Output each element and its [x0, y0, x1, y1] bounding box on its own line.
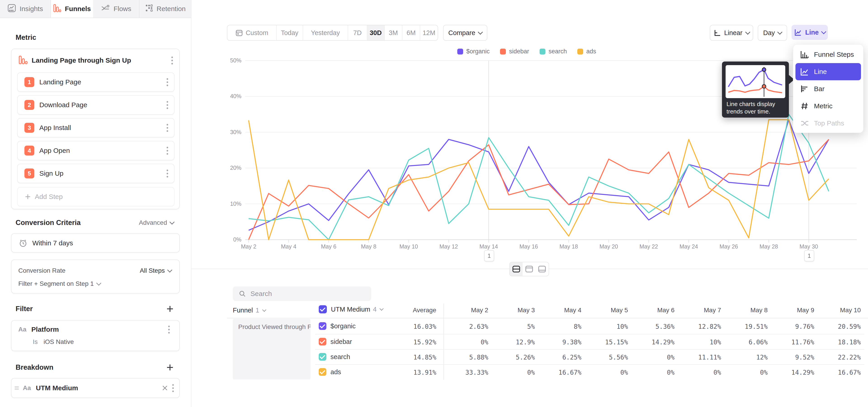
tab-retention[interactable]: Retention — [140, 0, 191, 18]
filter-segment-dropdown[interactable]: Filter + Segment on Step 1 — [18, 280, 94, 287]
row-value: 2.63% — [443, 323, 488, 330]
table-row-organic[interactable]: $organic16.03%2.63%5%8%10%5.36%12.82%19.… — [315, 319, 864, 334]
row-average: 14.85% — [384, 354, 436, 361]
day-column-header[interactable]: May 8 — [722, 307, 768, 314]
split-view-toggle[interactable] — [510, 262, 523, 276]
row-value: 0% — [629, 369, 675, 376]
all-steps-dropdown[interactable]: All Steps — [140, 267, 172, 274]
step-kebab-menu[interactable] — [165, 99, 170, 111]
row-value: 14.29% — [769, 369, 814, 376]
row-checkbox[interactable] — [319, 368, 327, 376]
date-range-30d[interactable]: 30D — [367, 25, 385, 40]
row-name: sidebar — [331, 338, 352, 345]
tab-flows[interactable]: Flows — [93, 0, 140, 18]
day-column-header[interactable]: May 5 — [583, 307, 628, 314]
series-line-ads — [249, 120, 829, 240]
step-kebab-menu[interactable] — [165, 122, 170, 134]
funnel-step-5[interactable]: 5Sign Up — [17, 164, 175, 183]
conversion-window-card[interactable]: Within 7 days — [11, 233, 180, 253]
day-column-header[interactable]: May 2 — [443, 307, 488, 314]
chevron-down-icon — [96, 281, 101, 286]
row-average: 16.03% — [384, 323, 436, 330]
date-range-7d[interactable]: 7D — [348, 25, 367, 40]
row-checkbox[interactable] — [319, 322, 327, 330]
date-range-6m[interactable]: 6M — [402, 25, 420, 40]
chart-only-view-toggle[interactable] — [523, 262, 535, 276]
day-column-header[interactable]: May 3 — [490, 307, 535, 314]
row-checkbox[interactable] — [319, 353, 327, 361]
search-input[interactable] — [250, 290, 360, 298]
breakdown-column-header[interactable]: UTM Medium 4 — [319, 305, 383, 313]
menu-item-bar[interactable]: Bar — [796, 80, 861, 97]
funnel-kebab-menu[interactable] — [169, 55, 175, 66]
drag-handle-icon[interactable] — [15, 387, 19, 389]
x-axis-label: May 8 — [350, 243, 387, 250]
row-checkbox[interactable] — [319, 338, 327, 345]
remove-breakdown-icon[interactable] — [161, 385, 168, 392]
day-column-header[interactable]: May 4 — [536, 307, 581, 314]
table-row-search[interactable]: search14.85%5.88%5.26%6.25%5.56%0%11.11%… — [315, 349, 864, 365]
table-only-view-toggle[interactable] — [536, 262, 549, 276]
tab-funnels[interactable]: Funnels — [51, 0, 93, 18]
date-range-12m[interactable]: 12M — [420, 25, 438, 40]
tab-label: Funnels — [65, 5, 91, 13]
funnel-step-1[interactable]: 1Landing Page — [17, 72, 175, 92]
calendar-icon — [235, 29, 243, 37]
menu-item-funnel-steps[interactable]: Funnel Steps — [796, 46, 861, 63]
filter-card-platform[interactable]: Aa Platform Is iOS Native — [11, 320, 180, 351]
x-axis-label: May 14 — [471, 243, 507, 250]
filter-value[interactable]: iOS Native — [43, 338, 74, 345]
funnel-step-2[interactable]: 2Download Page — [17, 95, 175, 115]
funnel-column-header[interactable]: Funnel 1 — [233, 307, 266, 314]
legend-item-search[interactable]: search — [539, 48, 567, 55]
advanced-dropdown[interactable]: Advanced — [139, 219, 174, 226]
table-row-ads[interactable]: ads13.91%33.33%0%16.67%0%0%0%0%14.29%16.… — [315, 364, 864, 380]
chart-type-dropdown[interactable]: Line — [792, 25, 828, 40]
table-row-sidebar[interactable]: sidebar15.92%0%12.9%9.38%15.15%14.29%10%… — [315, 334, 864, 350]
funnel-name-cell[interactable]: Product Viewed through P... — [233, 319, 311, 379]
date-range-custom[interactable]: Custom — [227, 25, 277, 40]
funnel-step-3[interactable]: 3App Install — [17, 118, 175, 137]
day-column-header[interactable]: May 7 — [676, 307, 721, 314]
compare-button[interactable]: Compare — [443, 25, 487, 41]
day-column-header[interactable]: May 6 — [629, 307, 675, 314]
legend-item-organic[interactable]: $organic — [457, 48, 490, 55]
legend-item-sidebar[interactable]: sidebar — [500, 48, 529, 55]
breakdown-kebab-menu[interactable] — [170, 382, 176, 394]
step-kebab-menu[interactable] — [165, 76, 170, 88]
menu-item-label: Bar — [814, 85, 825, 93]
breakdown-card-utm-medium[interactable]: Aa UTM Medium — [11, 378, 180, 398]
filter-operator[interactable]: Is — [33, 338, 38, 345]
menu-item-line[interactable]: Line — [796, 63, 861, 80]
filter-kebab-menu[interactable] — [166, 324, 172, 335]
funnel-step-4[interactable]: 4App Open — [17, 141, 175, 160]
menu-item-label: Line — [814, 68, 827, 75]
funnel-steps-icon — [800, 50, 809, 60]
series-line-sidebar — [249, 139, 829, 240]
add-breakdown-button[interactable] — [166, 364, 174, 371]
x-axis-label: May 4 — [271, 243, 307, 250]
day-column-header[interactable]: May 10 — [815, 307, 861, 314]
select-all-checkbox[interactable] — [319, 305, 327, 313]
annotation-badge[interactable]: 1 — [804, 250, 814, 261]
date-range-today[interactable]: Today — [277, 25, 303, 40]
legend-label: search — [549, 48, 567, 55]
funnel-metric-header[interactable]: Landing Page through Sign Up — [11, 49, 179, 72]
step-kebab-menu[interactable] — [165, 145, 170, 156]
step-kebab-menu[interactable] — [165, 168, 170, 179]
x-axis-label: May 6 — [311, 243, 347, 250]
sidebar: InsightsFunnelsFlowsRetention Metric Lan… — [0, 0, 191, 407]
flows-icon — [101, 4, 110, 14]
date-range-yesterday[interactable]: Yesterday — [303, 25, 348, 40]
legend-item-ads[interactable]: ads — [577, 48, 596, 55]
average-column-header[interactable]: Average — [391, 307, 436, 314]
add-step-button[interactable]: Add Step — [17, 187, 175, 207]
tab-insights[interactable]: Insights — [0, 0, 51, 18]
menu-item-metric[interactable]: Metric — [796, 97, 861, 115]
interval-dropdown[interactable]: Day — [758, 25, 787, 41]
day-column-header[interactable]: May 9 — [769, 307, 814, 314]
date-range-3m[interactable]: 3M — [385, 25, 403, 40]
annotation-badge[interactable]: 1 — [484, 250, 494, 261]
scale-dropdown[interactable]: Linear — [710, 25, 753, 41]
x-axis-label: May 18 — [551, 243, 587, 250]
